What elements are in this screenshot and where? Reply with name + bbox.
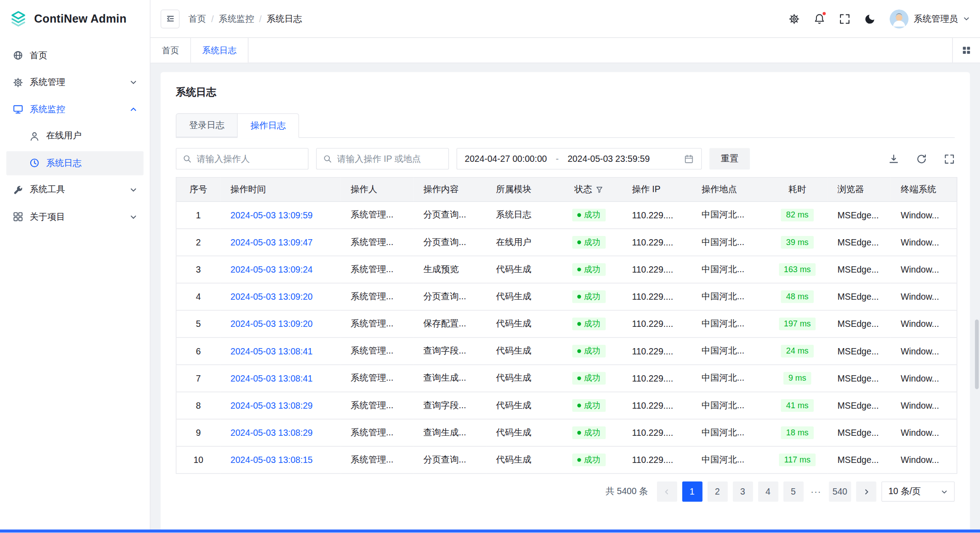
operation-log-table: 序号 操作时间 操作人 操作内容 所属模块 状态 (176, 177, 957, 474)
breadcrumb-item-home[interactable]: 首页 (188, 13, 206, 24)
notifications-bell-icon[interactable] (814, 13, 825, 24)
main-area: 首页 / 系统监控 / 系统日志 (150, 0, 980, 533)
col-module: 所属模块 (486, 178, 555, 202)
time-link[interactable]: 2024-05-03 13:08:29 (230, 428, 313, 438)
user-menu[interactable]: 系统管理员 (890, 9, 970, 28)
tab-operation-logs[interactable]: 操作日志 (237, 113, 299, 138)
cell-content: 分页查询... (413, 446, 486, 473)
time-link[interactable]: 2024-05-03 13:08:29 (230, 401, 313, 410)
page-size-select[interactable]: 10 条/页 (882, 481, 955, 502)
time-link[interactable]: 2024-05-03 13:09:24 (230, 264, 313, 274)
date-range-picker[interactable]: 2024-04-27 00:00:00 - 2024-05-03 23:59:5… (456, 148, 702, 170)
cell-operator: 系统管理... (341, 202, 413, 229)
status-dot-icon (577, 458, 581, 462)
time-link[interactable]: 2024-05-03 13:09:20 (230, 319, 313, 329)
pagination-page-4[interactable]: 4 (758, 481, 778, 502)
cell-time: 2024-05-03 13:09:24 (220, 256, 341, 283)
cell-ip: 110.229.... (622, 419, 691, 446)
sidebar-item-system-monitor[interactable]: 系统监控 (6, 97, 144, 121)
page-title: 系统日志 (176, 86, 955, 99)
sidebar-item-system-management[interactable]: 系统管理 (6, 70, 144, 94)
duration-badge: 197 ms (779, 317, 816, 330)
sidebar-item-online-users[interactable]: 在线用户 (6, 124, 144, 148)
scrollbar-thumb[interactable] (975, 320, 979, 389)
tab-actions-button[interactable] (952, 38, 980, 63)
filter-funnel-icon[interactable] (596, 186, 603, 193)
pagination-page-3[interactable]: 3 (732, 481, 753, 502)
cell-time: 2024-05-03 13:08:29 (220, 419, 341, 446)
operator-search-input[interactable] (197, 154, 301, 164)
cell-os: Window... (891, 446, 957, 473)
status-badge: 成功 (572, 372, 605, 385)
breadcrumb-item-monitor[interactable]: 系统监控 (219, 13, 254, 24)
col-operator: 操作人 (341, 178, 413, 202)
cell-status: 成功 (555, 338, 622, 365)
pagination-ellipsis[interactable]: ··· (808, 486, 824, 496)
topbar-actions: 系统管理员 (788, 9, 970, 28)
time-link[interactable]: 2024-05-03 13:09:20 (230, 292, 313, 302)
sidebar-item-system-logs[interactable]: 系统日志 (6, 151, 144, 175)
duration-badge: 163 ms (779, 263, 816, 276)
page-tab-home[interactable]: 首页 (150, 38, 191, 63)
logo[interactable]: ContiNew Admin (0, 0, 150, 38)
breadcrumb: 首页 / 系统监控 / 系统日志 (188, 13, 302, 24)
cell-browser: MSEdge... (827, 310, 891, 337)
status-badge: 成功 (572, 399, 605, 412)
status-badge: 成功 (572, 263, 605, 276)
fullscreen-icon[interactable] (839, 13, 850, 24)
pagination-page-last[interactable]: 540 (829, 481, 851, 502)
dark-mode-moon-icon[interactable] (864, 13, 876, 24)
ip-search-field[interactable] (316, 148, 449, 170)
cell-browser: MSEdge... (827, 202, 891, 229)
pagination: 共 5400 条 1 2 3 4 5 ··· 540 10 条/页 (176, 481, 955, 502)
expand-icon[interactable] (944, 153, 955, 164)
table-row: 8 2024-05-03 13:08:29 系统管理... 查询字段... 代码… (176, 392, 957, 419)
globe-icon (13, 50, 23, 61)
cell-content: 分页查询... (413, 229, 486, 256)
breadcrumb-separator: / (211, 14, 213, 24)
cell-content: 查询生成... (413, 419, 486, 446)
cell-module: 代码生成 (486, 256, 555, 283)
col-location: 操作地点 (691, 178, 767, 202)
sidebar-item-home[interactable]: 首页 (6, 43, 144, 67)
time-link[interactable]: 2024-05-03 13:09:47 (230, 237, 313, 247)
tab-login-logs[interactable]: 登录日志 (176, 113, 238, 137)
cell-browser: MSEdge... (827, 419, 891, 446)
sidebar-collapse-button[interactable] (160, 9, 179, 28)
download-icon[interactable] (888, 153, 899, 164)
cell-browser: MSEdge... (827, 283, 891, 310)
cell-time: 2024-05-03 13:08:41 (220, 338, 341, 365)
time-link[interactable]: 2024-05-03 13:08:41 (230, 373, 313, 383)
date-range-separator: - (556, 154, 559, 164)
pagination-page-5[interactable]: 5 (783, 481, 803, 502)
cell-module: 代码生成 (486, 392, 555, 419)
sidebar-item-about-project[interactable]: 关于项目 (6, 205, 144, 229)
cell-duration: 39 ms (767, 229, 827, 256)
sidebar-item-label: 系统日志 (46, 157, 81, 169)
sidebar-menu: 首页 系统管理 (0, 38, 150, 234)
col-content: 操作内容 (413, 178, 486, 202)
refresh-icon[interactable] (916, 153, 927, 164)
sidebar-item-system-tools[interactable]: 系统工具 (6, 178, 144, 202)
ip-search-input[interactable] (337, 154, 442, 164)
time-link[interactable]: 2024-05-03 13:08:15 (230, 455, 313, 465)
status-dot-icon (577, 322, 581, 325)
status-badge: 成功 (572, 290, 605, 303)
pagination-page-1[interactable]: 1 (682, 481, 702, 502)
cell-location: 中国河北... (691, 419, 767, 446)
user-icon (29, 131, 40, 142)
cell-module: 在线用户 (486, 229, 555, 256)
time-link[interactable]: 2024-05-03 13:09:59 (230, 210, 313, 220)
page-tab-system-logs[interactable]: 系统日志 (191, 38, 249, 63)
topbar: 首页 / 系统监控 / 系统日志 (150, 0, 980, 38)
cell-os: Window... (891, 310, 957, 337)
sidebar-item-label: 在线用户 (46, 130, 81, 142)
operator-search-field[interactable] (176, 148, 309, 170)
pagination-prev-button[interactable] (656, 481, 677, 502)
pagination-next-button[interactable] (856, 481, 877, 502)
pagination-page-2[interactable]: 2 (707, 481, 727, 502)
reset-button[interactable]: 重置 (709, 148, 750, 170)
time-link[interactable]: 2024-05-03 13:08:41 (230, 346, 313, 356)
cell-ip: 110.229.... (622, 256, 691, 283)
settings-icon[interactable] (788, 13, 800, 24)
